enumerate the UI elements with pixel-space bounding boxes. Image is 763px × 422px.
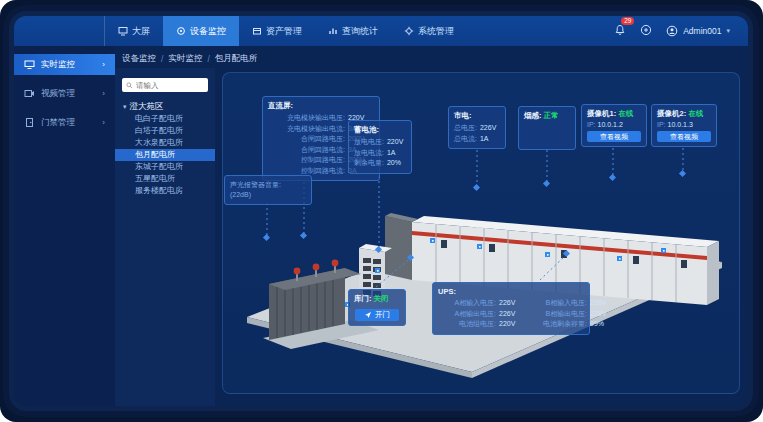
- asset-icon: [252, 26, 262, 36]
- screen-icon: [118, 26, 128, 36]
- tree-root-label: 澄大苑区: [130, 101, 164, 113]
- panel-title: UPS:: [438, 287, 584, 296]
- breadcrumb-item[interactable]: 设备监控: [122, 53, 156, 65]
- tree-root-node[interactable]: ▾ 澄大苑区: [115, 100, 215, 113]
- nav-label: 大屏: [132, 25, 150, 38]
- tree-item-substation[interactable]: 大水泉配电所: [115, 137, 215, 149]
- breadcrumb-separator: /: [161, 54, 163, 64]
- view-video-button[interactable]: 查看视频: [657, 131, 711, 142]
- metric-label: B相输出电压:: [529, 309, 587, 320]
- nav-item-query-statistics[interactable]: 查询统计: [315, 16, 391, 46]
- battery-panel: 蓄电池: 放电电压:220V 放电电流:1A 剩余电量:20%: [348, 120, 412, 174]
- metric-value: 226V: [499, 309, 521, 320]
- audible-alarm-panel: 声光报警器音量: (22dB): [224, 175, 312, 205]
- nav-item-system-management[interactable]: 系统管理: [391, 16, 467, 46]
- tree-item-substation-active[interactable]: 包月配电所: [115, 149, 215, 161]
- smoke-detector-panel: 烟感: 正常: [518, 106, 576, 150]
- main-content: 直流屏: 充电模块输出电压:220V 充电模块输出电流:3A 合闸回路电压:20…: [215, 64, 748, 406]
- door-access-icon: [24, 117, 35, 128]
- metric-value: 228V: [590, 309, 612, 320]
- tree-collapse-icon: ▾: [123, 103, 127, 111]
- panel-title: 蓄电池:: [354, 125, 406, 135]
- metric-value: 20%: [387, 158, 406, 169]
- search-icon: [126, 82, 133, 89]
- app-screenshot: 大屏 设备监控 资产管理 查询统计 系统管理: [0, 0, 763, 422]
- tree-item-substation[interactable]: 电白子配电所: [115, 113, 215, 125]
- system-gear-icon: [404, 26, 414, 36]
- sidebar-item-access-control[interactable]: 门禁管理 ›: [14, 112, 115, 133]
- metric-value: 220V: [499, 319, 521, 330]
- alarm-value: (22dB): [230, 190, 306, 200]
- metric-value: 1A: [387, 148, 406, 159]
- metric-label: 充电模块输出电压:: [268, 113, 345, 124]
- metric-label: 总电流:: [454, 134, 477, 145]
- ups-phase-a-column: A相输入电压:226V A相输出电压:226V 电池组电压:220V: [438, 298, 521, 330]
- breadcrumb-separator: /: [207, 54, 209, 64]
- fullscreen-button[interactable]: [640, 22, 652, 40]
- metric-value: 220V: [387, 137, 406, 148]
- open-door-button[interactable]: 开门: [355, 309, 399, 321]
- metric-label: 合闸回路电流:: [268, 145, 345, 156]
- panel-title: 市电:: [454, 111, 500, 121]
- view-video-button[interactable]: 查看视频: [587, 131, 641, 142]
- camera2-panel: 摄像机2: 在线 IP: 10.0.1.3 查看视频: [651, 104, 717, 147]
- chevron-right-icon: ›: [102, 89, 105, 98]
- sidebar-item-realtime-monitoring[interactable]: 实时监控 ›: [14, 54, 115, 75]
- ups-phase-b-column: B相输入电压:228V B相输出电压:228V 电池剩余容量:99%: [529, 298, 612, 330]
- metric-label: 控制回路电压:: [268, 155, 345, 166]
- tree-item-substation[interactable]: 服务楼配电房: [115, 185, 215, 197]
- panel-title: 库门: 关闭: [354, 294, 400, 304]
- sidebar-item-label: 实时监控: [41, 59, 75, 71]
- tree-item-substation[interactable]: 五星配电所: [115, 173, 215, 185]
- door-panel: 库门: 关闭 开门: [348, 289, 406, 326]
- tree-item-substation[interactable]: 白塔子配电所: [115, 125, 215, 137]
- panel-title: 摄像机2: 在线: [657, 109, 711, 119]
- notification-badge: 29: [621, 17, 634, 25]
- nav-item-dashboard[interactable]: 大屏: [105, 16, 163, 46]
- station-tree-panel: ▾ 澄大苑区 电白子配电所 白塔子配电所 大水泉配电所 包月配电所 东城子配电所…: [115, 68, 215, 406]
- status-badge: 关闭: [374, 294, 389, 303]
- sidebar-item-label: 门禁管理: [41, 117, 75, 129]
- metric-label: A相输入电压:: [438, 298, 496, 309]
- top-navigation-bar: 大屏 设备监控 资产管理 查询统计 系统管理: [14, 16, 748, 46]
- camera-ip: IP: 10.0.1.2: [587, 121, 641, 128]
- metric-value: 1A: [480, 134, 500, 145]
- stats-icon: [328, 26, 338, 36]
- app-window: 大屏 设备监控 资产管理 查询统计 系统管理: [14, 16, 748, 406]
- avatar-icon: [666, 25, 678, 37]
- metric-label: 放电电流:: [354, 148, 384, 159]
- mains-power-panel: 市电: 总电压:226V 总电流:1A: [448, 106, 506, 149]
- tree-search: [122, 78, 208, 92]
- notifications-button[interactable]: 29: [614, 22, 626, 40]
- metric-label: 剩余电量:: [354, 158, 384, 169]
- status-badge: 在线: [688, 109, 703, 118]
- panel-title: 摄像机1: 在线: [587, 109, 641, 119]
- nav-item-device-monitoring[interactable]: 设备监控: [163, 16, 239, 46]
- nav-label: 查询统计: [342, 25, 378, 38]
- metric-value: 226V: [480, 123, 500, 134]
- metric-label: A相输出电压:: [438, 309, 496, 320]
- nav-item-asset-management[interactable]: 资产管理: [239, 16, 315, 46]
- breadcrumb-item[interactable]: 实时监控: [168, 53, 202, 65]
- camera-ip: IP: 10.0.1.3: [657, 121, 711, 128]
- metric-value: 228V: [590, 298, 612, 309]
- chevron-right-icon: ›: [102, 60, 105, 69]
- monitor-icon: [24, 59, 35, 70]
- user-menu[interactable]: Admin001 ▾: [666, 25, 730, 37]
- nav-label: 系统管理: [418, 25, 454, 38]
- metric-value: 99%: [590, 319, 612, 330]
- video-icon: [24, 88, 35, 99]
- tree-item-substation[interactable]: 东城子配电所: [115, 161, 215, 173]
- camera1-panel: 摄像机1: 在线 IP: 10.0.1.2 查看视频: [581, 104, 647, 147]
- search-input[interactable]: [136, 81, 200, 90]
- status-badge: 正常: [544, 111, 559, 120]
- metric-label: 电池组电压:: [438, 319, 496, 330]
- topbar-right-tools: 29 Admin001 ▾: [614, 22, 748, 40]
- send-icon: [364, 311, 372, 319]
- sidebar-item-video-management[interactable]: 视频管理 ›: [14, 83, 115, 104]
- nav-label: 设备监控: [190, 25, 226, 38]
- metric-label: 充电模块输出电流:: [268, 124, 345, 135]
- metric-label: 合闸回路电压:: [268, 134, 345, 145]
- main-nav: 大屏 设备监控 资产管理 查询统计 系统管理: [104, 16, 467, 46]
- alarm-label: 声光报警器音量:: [230, 180, 306, 190]
